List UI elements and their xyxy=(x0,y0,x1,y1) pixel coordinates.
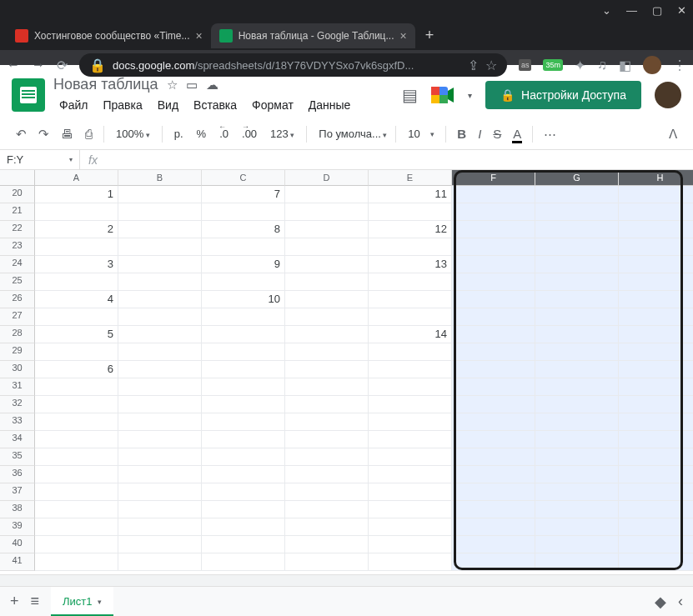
cell[interactable] xyxy=(619,536,693,553)
new-tab-button[interactable]: + xyxy=(415,27,444,44)
row-header[interactable]: 40 xyxy=(0,536,35,553)
currency-button[interactable]: р. xyxy=(169,125,188,143)
cell[interactable] xyxy=(118,221,202,238)
cell[interactable] xyxy=(202,361,285,378)
cell[interactable] xyxy=(35,501,118,518)
increase-decimal-button[interactable]: →.00 xyxy=(237,125,262,143)
cell[interactable] xyxy=(202,203,285,221)
menu-вид[interactable]: Вид xyxy=(152,96,184,114)
cell[interactable]: 8 xyxy=(202,221,285,238)
menu-файл[interactable]: Файл xyxy=(53,96,93,114)
cell[interactable] xyxy=(452,396,535,413)
cell[interactable] xyxy=(35,343,118,361)
cell[interactable]: 9 xyxy=(202,256,285,273)
cell[interactable] xyxy=(35,273,118,291)
cell[interactable] xyxy=(535,413,619,431)
cell[interactable] xyxy=(619,221,693,238)
cell[interactable] xyxy=(285,431,369,448)
cell[interactable] xyxy=(369,448,452,466)
cell[interactable] xyxy=(452,378,535,396)
cell[interactable] xyxy=(202,518,285,536)
cell[interactable] xyxy=(452,536,535,553)
cell[interactable] xyxy=(285,186,369,203)
cell[interactable] xyxy=(202,536,285,553)
cell[interactable] xyxy=(535,256,619,273)
cell[interactable] xyxy=(619,518,693,536)
redo-button[interactable]: ↷ xyxy=(34,123,53,145)
cell[interactable] xyxy=(285,518,369,536)
row-header[interactable]: 23 xyxy=(0,238,35,256)
horizontal-scrollbar[interactable] xyxy=(0,574,693,586)
cell[interactable] xyxy=(535,396,619,413)
cell[interactable] xyxy=(535,186,619,203)
cell[interactable] xyxy=(619,413,693,431)
row-header[interactable]: 21 xyxy=(0,203,35,221)
row-header[interactable]: 24 xyxy=(0,256,35,273)
cell[interactable] xyxy=(452,518,535,536)
text-color-button[interactable]: A xyxy=(509,123,525,144)
cell[interactable] xyxy=(369,501,452,518)
column-header[interactable]: F xyxy=(452,170,535,186)
cell[interactable] xyxy=(535,361,619,378)
row-header[interactable]: 31 xyxy=(0,378,35,396)
cell[interactable] xyxy=(202,466,285,483)
cell[interactable] xyxy=(285,221,369,238)
cell[interactable] xyxy=(202,448,285,466)
cell[interactable] xyxy=(285,501,369,518)
add-sheet-button[interactable]: + xyxy=(10,593,19,610)
cell[interactable] xyxy=(118,186,202,203)
cell[interactable] xyxy=(535,378,619,396)
menu-правка[interactable]: Правка xyxy=(97,96,148,114)
cell[interactable] xyxy=(369,308,452,326)
cell[interactable]: 2 xyxy=(35,221,118,238)
row-header[interactable]: 34 xyxy=(0,431,35,448)
cell[interactable] xyxy=(452,361,535,378)
cell[interactable] xyxy=(619,203,693,221)
column-header[interactable]: D xyxy=(285,170,369,186)
cell[interactable] xyxy=(202,413,285,431)
cell[interactable] xyxy=(202,483,285,501)
cell[interactable]: 4 xyxy=(35,291,118,308)
meet-dropdown-icon[interactable]: ▾ xyxy=(468,91,472,100)
cell[interactable] xyxy=(369,466,452,483)
undo-button[interactable]: ↶ xyxy=(12,123,31,145)
cell[interactable] xyxy=(619,361,693,378)
font-size-dropdown-icon[interactable]: ▾ xyxy=(426,127,439,142)
cell[interactable] xyxy=(118,413,202,431)
menu-вставка[interactable]: Вставка xyxy=(188,96,243,114)
cell[interactable] xyxy=(35,431,118,448)
cell[interactable] xyxy=(619,501,693,518)
cell[interactable] xyxy=(285,553,369,571)
cell[interactable] xyxy=(369,203,452,221)
sheet-tab[interactable]: Лист1▾ xyxy=(51,587,113,616)
cell[interactable] xyxy=(369,483,452,501)
cell[interactable] xyxy=(369,413,452,431)
cell[interactable] xyxy=(369,431,452,448)
history-icon[interactable]: ▤ xyxy=(402,85,418,105)
cell[interactable] xyxy=(535,273,619,291)
cell[interactable]: 14 xyxy=(369,326,452,343)
cell[interactable] xyxy=(285,448,369,466)
row-header[interactable]: 26 xyxy=(0,291,35,308)
cell[interactable] xyxy=(452,501,535,518)
more-toolbar-button[interactable]: ⋯ xyxy=(540,123,560,145)
cell[interactable] xyxy=(118,273,202,291)
document-title[interactable]: Новая таблица xyxy=(53,76,158,93)
cell[interactable] xyxy=(535,466,619,483)
cell[interactable] xyxy=(285,203,369,221)
cell[interactable] xyxy=(285,343,369,361)
cell[interactable] xyxy=(118,501,202,518)
collapse-toolbar-icon[interactable]: ᐱ xyxy=(665,123,681,145)
cell[interactable] xyxy=(35,518,118,536)
cell[interactable] xyxy=(118,553,202,571)
cell[interactable] xyxy=(619,238,693,256)
tab-close-icon[interactable]: × xyxy=(196,29,203,43)
column-header[interactable]: A xyxy=(35,170,118,186)
cell[interactable] xyxy=(35,308,118,326)
column-header[interactable]: H xyxy=(619,170,693,186)
menu-данные[interactable]: Данные xyxy=(303,96,357,114)
cell[interactable] xyxy=(118,483,202,501)
paint-format-button[interactable]: ⎙ xyxy=(81,123,97,144)
row-header[interactable]: 30 xyxy=(0,361,35,378)
cell[interactable] xyxy=(35,203,118,221)
